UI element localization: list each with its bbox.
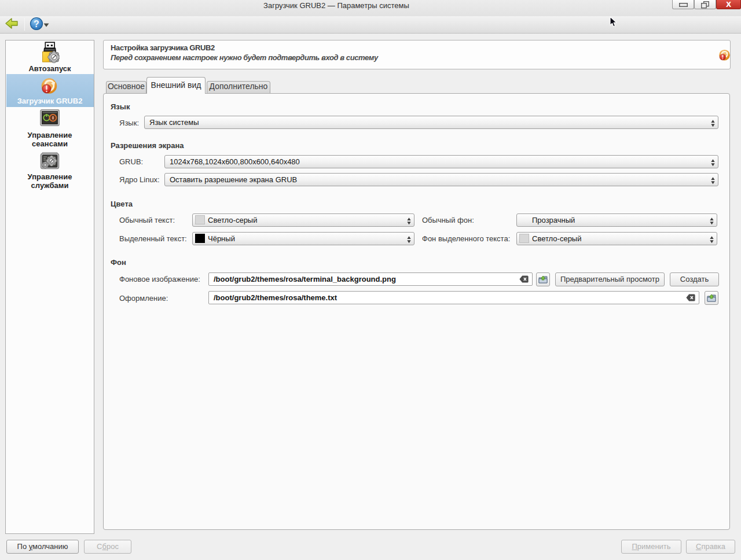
svg-text:?: ? — [34, 19, 39, 29]
